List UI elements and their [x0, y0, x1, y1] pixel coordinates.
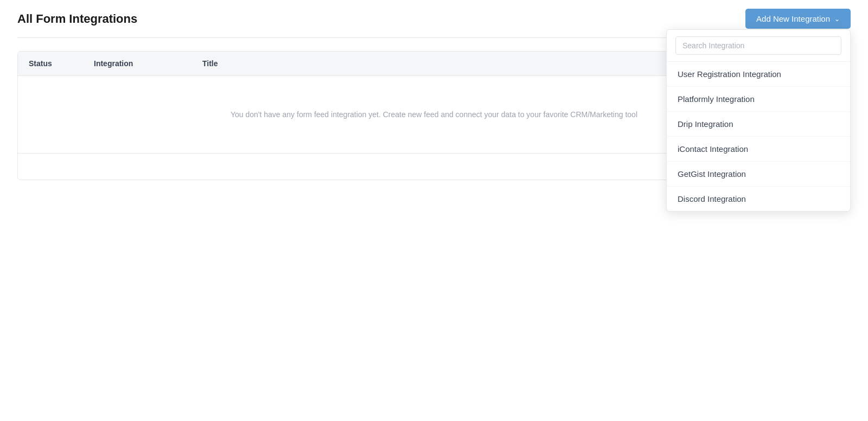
integration-dropdown: User Registration Integration Platformly… — [666, 29, 851, 212]
search-container — [667, 30, 850, 62]
col-status: Status — [29, 59, 94, 68]
search-integration-input[interactable] — [675, 36, 841, 55]
integration-option-platformly[interactable]: Platformly Integration — [667, 87, 850, 112]
integration-option-drip[interactable]: Drip Integration — [667, 112, 850, 137]
dropdown-menu-panel: User Registration Integration Platformly… — [666, 29, 851, 212]
chevron-down-icon: ⌄ — [834, 15, 840, 23]
integration-option-icontact[interactable]: iContact Integration — [667, 137, 850, 162]
page-title: All Form Integrations — [17, 12, 137, 26]
page-container: All Form Integrations Add New Integratio… — [0, 0, 868, 421]
integration-option-discord[interactable]: Discord Integration — [667, 187, 850, 211]
col-integration: Integration — [94, 59, 202, 68]
add-new-integration-button[interactable]: Add New Integration ⌄ — [745, 9, 851, 29]
integration-option-user-registration[interactable]: User Registration Integration — [667, 62, 850, 87]
integration-option-getgist[interactable]: GetGist Integration — [667, 162, 850, 187]
add-integration-label: Add New Integration — [756, 14, 830, 23]
